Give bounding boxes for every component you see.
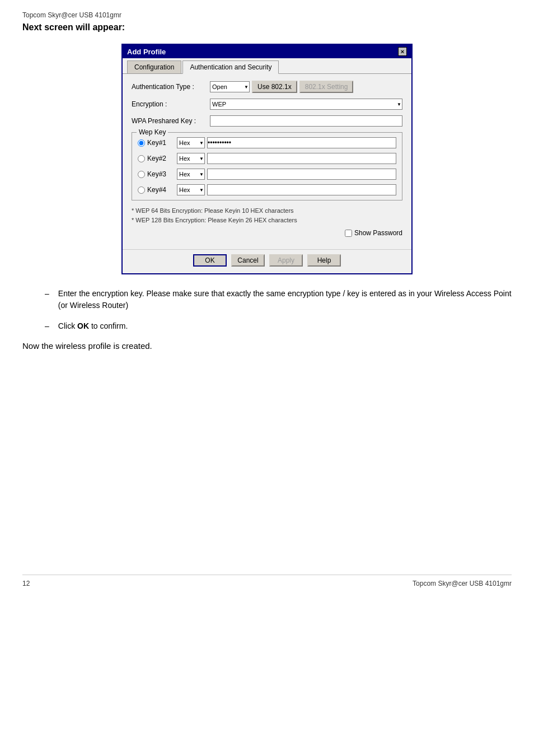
ok-bold-label: OK (77, 321, 89, 330)
key2-value-input[interactable] (207, 153, 396, 164)
wep-key3-row: Key#3 Hex ASCII (138, 169, 396, 180)
note1: * WEP 64 Bits Encryption: Please Keyin 1… (132, 206, 402, 216)
bullet-section: – Enter the encryption key. Please make … (45, 288, 512, 332)
dialog-titlebar: Add Profile × (123, 45, 411, 58)
key4-type-select[interactable]: Hex ASCII (177, 184, 205, 195)
bullet-item-2: – Click OK to confirm. (45, 320, 512, 332)
apply-button: Apply (269, 254, 303, 267)
key1-label: Key#1 (147, 139, 166, 147)
key1-type-select-wrapper[interactable]: Hex ASCII (177, 137, 205, 148)
key3-value-input[interactable] (207, 169, 396, 180)
wep-key1-row: Key#1 Hex ASCII (138, 137, 396, 148)
tab-authentication-security[interactable]: Authentication and Security (182, 60, 279, 74)
bullet-text-1: Enter the encryption key. Please make su… (58, 288, 512, 311)
conclusion-text: Now the wireless profile is created. (22, 341, 512, 351)
show-password-label: Show Password (354, 229, 402, 237)
auth-type-select-wrapper[interactable]: Open Shared WPA WPA-PSK (210, 81, 250, 92)
tab-configuration[interactable]: Configuration (127, 60, 181, 73)
dialog-title: Add Profile (127, 48, 166, 56)
wep-group-legend: Wep Key (137, 128, 168, 136)
bullet-text-2: Click OK to confirm. (58, 320, 512, 332)
wpa-preshared-label: WPA Preshared Key : (132, 117, 210, 125)
key3-radio-label[interactable]: Key#3 (138, 170, 177, 178)
key4-value-input[interactable] (207, 184, 396, 195)
notes-section: * WEP 64 Bits Encryption: Please Keyin 1… (132, 206, 402, 225)
key2-type-select[interactable]: Hex ASCII (177, 153, 205, 164)
tab-authentication-security-label: Authentication and Security (190, 63, 271, 71)
intro-text: Next screen will appear: (22, 22, 512, 32)
key1-radio-label[interactable]: Key#1 (138, 139, 177, 147)
key3-type-select[interactable]: Hex ASCII (177, 169, 205, 180)
key4-label: Key#4 (147, 186, 166, 194)
encryption-label: Encryption : (132, 100, 210, 108)
encryption-controls: WEP None TKIP AES (210, 99, 402, 110)
encryption-select-wrapper[interactable]: WEP None TKIP AES (210, 99, 402, 110)
key1-radio[interactable] (138, 139, 145, 147)
key1-value-input[interactable] (207, 137, 396, 148)
bullet-item-1: – Enter the encryption key. Please make … (45, 288, 512, 311)
wpa-preshared-input[interactable] (210, 115, 402, 127)
cancel-button[interactable]: Cancel (231, 254, 265, 267)
key3-label: Key#3 (147, 170, 166, 178)
tab-configuration-label: Configuration (134, 63, 174, 71)
close-icon: × (401, 48, 404, 55)
help-button[interactable]: Help (307, 254, 341, 267)
wpa-preshared-row: WPA Preshared Key : (132, 115, 402, 127)
wep-key2-row: Key#2 Hex ASCII (138, 153, 396, 164)
dialog-wrapper: Add Profile × Configuration Authenticati… (22, 44, 512, 274)
8021x-setting-button: 802.1x Setting (299, 81, 354, 93)
key2-radio[interactable] (138, 155, 145, 162)
dialog-footer: OK Cancel Apply Help (123, 249, 411, 273)
auth-type-controls: Open Shared WPA WPA-PSK Use 802.1x 802.1… (210, 81, 402, 93)
wep-key4-row: Key#4 Hex ASCII (138, 184, 396, 195)
encryption-select[interactable]: WEP None TKIP AES (210, 99, 402, 110)
add-profile-dialog: Add Profile × Configuration Authenticati… (121, 44, 413, 274)
auth-type-label: Authentication Type : (132, 83, 210, 91)
close-button[interactable]: × (398, 47, 407, 56)
encryption-row: Encryption : WEP None TKIP AES (132, 99, 402, 110)
key3-radio[interactable] (138, 171, 145, 178)
key2-type-select-wrapper[interactable]: Hex ASCII (177, 153, 205, 164)
auth-type-row: Authentication Type : Open Shared WPA WP… (132, 81, 402, 93)
page-number: 12 (22, 580, 30, 587)
bullet-dash-2: – (45, 320, 49, 332)
show-password-row: Show Password (132, 229, 402, 237)
tab-bar: Configuration Authentication and Securit… (123, 58, 411, 74)
footer-brand: Topcom Skyr@cer USB 4101gmr (413, 580, 512, 587)
brand-header: Topcom Skyr@cer USB 4101gmr (22, 11, 512, 19)
ok-button[interactable]: OK (193, 254, 227, 267)
key4-radio[interactable] (138, 186, 145, 194)
bullet-dash-1: – (45, 288, 49, 311)
use-8021x-button[interactable]: Use 802.1x (252, 81, 297, 93)
doc-footer: 12 Topcom Skyr@cer USB 4101gmr (22, 575, 512, 587)
wep-key-group: Wep Key Key#1 Hex ASCII (132, 132, 402, 200)
key2-label: Key#2 (147, 155, 166, 162)
key2-radio-label[interactable]: Key#2 (138, 155, 177, 162)
show-password-checkbox[interactable] (345, 230, 352, 237)
key4-type-select-wrapper[interactable]: Hex ASCII (177, 184, 205, 195)
key1-type-select[interactable]: Hex ASCII (177, 137, 205, 148)
auth-type-select[interactable]: Open Shared WPA WPA-PSK (210, 81, 250, 92)
note2: * WEP 128 Bits Encryption: Please Keyin … (132, 216, 402, 225)
key3-type-select-wrapper[interactable]: Hex ASCII (177, 169, 205, 180)
key4-radio-label[interactable]: Key#4 (138, 186, 177, 194)
dialog-body: Authentication Type : Open Shared WPA WP… (123, 74, 411, 249)
